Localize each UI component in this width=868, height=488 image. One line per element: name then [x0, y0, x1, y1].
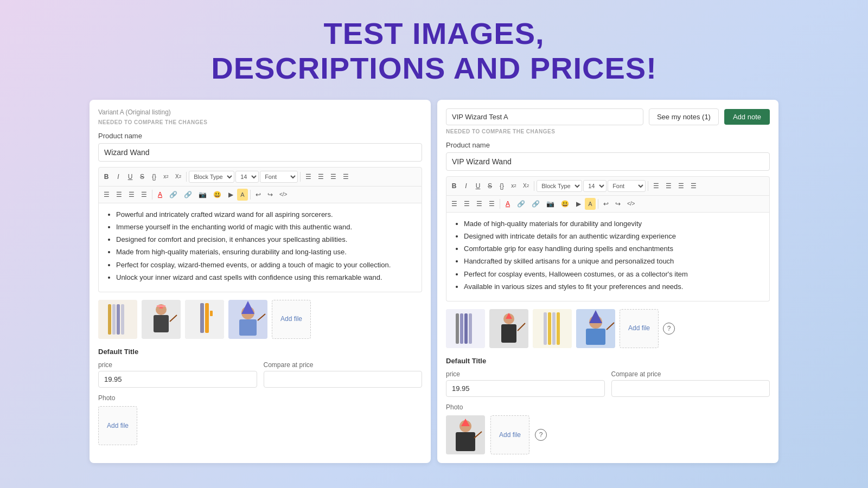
unlink-btn-left[interactable]: 🔗 [181, 189, 195, 201]
list-ol-right[interactable]: ☰ [663, 180, 674, 192]
link-btn-left[interactable]: 🔗 [167, 189, 180, 201]
justify-btn-right[interactable]: ☰ [486, 198, 497, 210]
undo-btn-right[interactable]: ↩ [601, 198, 611, 210]
svg-rect-32 [548, 312, 551, 345]
add-file-btn-left[interactable]: Add file [272, 300, 311, 339]
font-right[interactable]: Font Arial Georgia [608, 180, 646, 192]
divider3-right [500, 199, 500, 209]
block-type-left[interactable]: Block Type Heading 1 Heading 2 Paragraph [189, 171, 234, 183]
product-thumb-right-3[interactable] [533, 309, 572, 348]
font-size-right[interactable]: 14 10 12 16 [583, 180, 607, 192]
divider1-left [186, 172, 187, 182]
desc-item-right-3: Handcrafted by skilled artisans for a un… [464, 256, 762, 266]
justify-btn-left[interactable]: ☰ [138, 189, 150, 201]
color-btn-left[interactable]: A [155, 189, 165, 201]
photo-row-left: Add file [98, 406, 422, 445]
price-input-right[interactable] [446, 380, 605, 397]
strike-btn-right[interactable]: S [484, 180, 495, 192]
compare-price-input-left[interactable] [264, 371, 423, 388]
help-icon-photo[interactable]: ? [535, 429, 547, 441]
svg-rect-24 [469, 313, 472, 344]
product-thumb-left-3[interactable] [185, 300, 224, 339]
align-center-btn-left[interactable]: ☰ [113, 189, 125, 201]
bg-color-btn-right[interactable]: A [585, 198, 596, 210]
redo-btn-right[interactable]: ↪ [612, 198, 623, 210]
super-btn-left[interactable]: x2 [161, 171, 171, 183]
price-input-left[interactable] [98, 371, 257, 388]
product-thumb-left-2[interactable] [142, 300, 181, 339]
needed-label-right: NEEDED TO COMPARE THE CHANGES [446, 129, 770, 134]
code-btn-left[interactable]: {} [149, 171, 159, 183]
add-file-photo-left[interactable]: Add file [98, 406, 137, 445]
font-size-left[interactable]: 14 10 12 16 18 [235, 171, 259, 183]
html-btn-left[interactable]: </> [277, 189, 290, 201]
image-btn-left[interactable]: 📷 [196, 189, 209, 201]
svg-rect-12 [200, 303, 204, 333]
toolbar-left-row1: B I U S {} x2 X2 Block Type Heading 1 He… [98, 167, 422, 187]
bold-btn-left[interactable]: B [101, 171, 112, 183]
compare-price-input-right[interactable] [611, 380, 770, 397]
page-header: TEST IMAGES, DESCRIPTIONS AND PRICES! [0, 0, 868, 100]
link-btn-right[interactable]: 🔗 [514, 198, 528, 210]
align-right-btn-right[interactable]: ☰ [474, 198, 485, 210]
add-file-photo-right[interactable]: Add file [490, 415, 529, 454]
toolbar-left-row2: ☰ ☰ ☰ ☰ A 🔗 🔗 📷 😃 ▶ A ↩ ↪ </> [98, 187, 422, 203]
align-left-btn-right[interactable]: ☰ [449, 198, 460, 210]
indent-dec-right[interactable]: ☰ [675, 180, 687, 192]
bold-btn-right[interactable]: B [449, 180, 459, 192]
sub-btn-right[interactable]: X2 [520, 180, 532, 192]
product-name-input-left[interactable] [98, 143, 422, 162]
italic-btn-left[interactable]: I [113, 171, 124, 183]
list-ul-right[interactable]: ☰ [650, 180, 662, 192]
color-btn-right[interactable]: A [502, 198, 513, 210]
bg-color-btn-left[interactable]: A [237, 189, 248, 201]
help-icon-images[interactable]: ? [663, 323, 675, 335]
html-btn-right[interactable]: </> [624, 198, 637, 210]
product-thumb-right-2[interactable] [489, 309, 528, 348]
divider3-left [152, 190, 152, 200]
product-thumb-right-1[interactable] [446, 309, 485, 348]
media-btn-right[interactable]: ▶ [573, 198, 584, 210]
list-ol-left[interactable]: ☰ [315, 171, 327, 183]
block-type-right[interactable]: Block Type Heading 1 Paragraph [537, 180, 582, 192]
indent-inc-left[interactable]: ☰ [340, 171, 352, 183]
product-name-input-right[interactable] [446, 152, 770, 171]
undo-btn-left[interactable]: ↩ [253, 189, 264, 201]
align-left-btn-left[interactable]: ☰ [101, 189, 112, 201]
divider2-left [300, 172, 301, 182]
photo-thumb-right[interactable] [446, 415, 485, 454]
align-center-btn-right[interactable]: ☰ [461, 198, 473, 210]
product-thumb-right-4[interactable] [576, 309, 615, 348]
underline-btn-right[interactable]: U [473, 180, 483, 192]
product-thumb-left-4[interactable] [228, 300, 267, 339]
code-btn-right[interactable]: {} [496, 180, 507, 192]
variant-input-right[interactable] [446, 108, 643, 125]
page-title: TEST IMAGES, DESCRIPTIONS AND PRICES! [0, 16, 868, 86]
super-btn-right[interactable]: x2 [508, 180, 519, 192]
indent-dec-left[interactable]: ☰ [328, 171, 339, 183]
indent-inc-right[interactable]: ☰ [688, 180, 699, 192]
sub-btn-left[interactable]: X2 [173, 171, 184, 183]
italic-btn-right[interactable]: I [461, 180, 471, 192]
font-left[interactable]: Font Arial Georgia [260, 171, 298, 183]
unlink-btn-right[interactable]: 🔗 [529, 198, 542, 210]
editor-area-right[interactable]: Made of high-quality materials for durab… [446, 213, 770, 301]
underline-btn-left[interactable]: U [125, 171, 136, 183]
add-file-btn-right[interactable]: Add file [620, 309, 659, 348]
divider4-left [250, 190, 251, 200]
product-thumb-left-1[interactable] [98, 300, 137, 339]
emoji-btn-left[interactable]: 😃 [210, 189, 224, 201]
desc-item-left-5: Unlock your inner wizard and cast spells… [116, 273, 414, 282]
default-title-left: Default Title [98, 348, 422, 356]
editor-area-left[interactable]: Powerful and intricately crafted wizard … [98, 203, 422, 292]
list-ul-left[interactable]: ☰ [303, 171, 314, 183]
strike-btn-left[interactable]: S [137, 171, 148, 183]
image-btn-right[interactable]: 📷 [544, 198, 557, 210]
redo-btn-left[interactable]: ↪ [265, 189, 276, 201]
desc-item-left-1: Immerse yourself in the enchanting world… [116, 222, 414, 232]
see-notes-btn[interactable]: See my notes (1) [649, 108, 719, 125]
align-right-btn-left[interactable]: ☰ [126, 189, 137, 201]
emoji-btn-right[interactable]: 😃 [558, 198, 572, 210]
media-btn-left[interactable]: ▶ [225, 189, 236, 201]
add-note-btn[interactable]: Add note [724, 109, 770, 125]
